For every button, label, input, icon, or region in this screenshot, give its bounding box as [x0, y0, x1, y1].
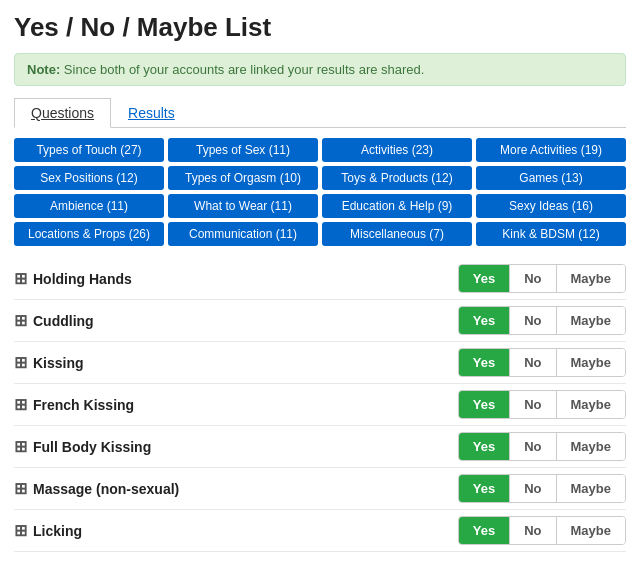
answer-yes-massage-non-sexual[interactable]: Yes [459, 475, 509, 502]
question-text-massage-non-sexual: Massage (non-sexual) [33, 481, 179, 497]
question-label-holding-hands: ⊞Holding Hands [14, 269, 458, 288]
question-row: ⊞Holding HandsYesNoMaybe [14, 258, 626, 300]
category-btn-toys-products[interactable]: Toys & Products (12) [322, 166, 472, 190]
answer-maybe-kissing[interactable]: Maybe [556, 349, 625, 376]
answer-maybe-cuddling[interactable]: Maybe [556, 307, 625, 334]
answer-yes-kissing[interactable]: Yes [459, 349, 509, 376]
category-btn-activities[interactable]: Activities (23) [322, 138, 472, 162]
expand-icon[interactable]: ⊞ [14, 479, 27, 498]
question-label-full-body-kissing: ⊞Full Body Kissing [14, 437, 458, 456]
question-row: ⊞Full Body KissingYesNoMaybe [14, 426, 626, 468]
question-text-kissing: Kissing [33, 355, 84, 371]
expand-icon[interactable]: ⊞ [14, 269, 27, 288]
category-btn-sex-positions[interactable]: Sex Positions (12) [14, 166, 164, 190]
tab-results[interactable]: Results [111, 98, 192, 128]
question-text-holding-hands: Holding Hands [33, 271, 132, 287]
answer-yes-holding-hands[interactable]: Yes [459, 265, 509, 292]
category-btn-kink-bdsm[interactable]: Kink & BDSM (12) [476, 222, 626, 246]
note-text: Since both of your accounts are linked y… [64, 62, 425, 77]
question-list: ⊞Holding HandsYesNoMaybe⊞CuddlingYesNoMa… [14, 258, 626, 552]
question-row: ⊞KissingYesNoMaybe [14, 342, 626, 384]
answer-yes-licking[interactable]: Yes [459, 517, 509, 544]
answer-yes-full-body-kissing[interactable]: Yes [459, 433, 509, 460]
question-row: ⊞Massage (non-sexual)YesNoMaybe [14, 468, 626, 510]
answer-yes-french-kissing[interactable]: Yes [459, 391, 509, 418]
answer-maybe-licking[interactable]: Maybe [556, 517, 625, 544]
expand-icon[interactable]: ⊞ [14, 521, 27, 540]
question-text-french-kissing: French Kissing [33, 397, 134, 413]
category-btn-education-help[interactable]: Education & Help (9) [322, 194, 472, 218]
question-text-cuddling: Cuddling [33, 313, 94, 329]
question-row: ⊞French KissingYesNoMaybe [14, 384, 626, 426]
category-btn-types-of-sex[interactable]: Types of Sex (11) [168, 138, 318, 162]
answer-maybe-holding-hands[interactable]: Maybe [556, 265, 625, 292]
question-row: ⊞LickingYesNoMaybe [14, 510, 626, 552]
category-btn-ambience[interactable]: Ambience (11) [14, 194, 164, 218]
category-btn-communication[interactable]: Communication (11) [168, 222, 318, 246]
category-btn-sexy-ideas[interactable]: Sexy Ideas (16) [476, 194, 626, 218]
question-text-full-body-kissing: Full Body Kissing [33, 439, 151, 455]
question-row: ⊞CuddlingYesNoMaybe [14, 300, 626, 342]
expand-icon[interactable]: ⊞ [14, 353, 27, 372]
answer-maybe-full-body-kissing[interactable]: Maybe [556, 433, 625, 460]
answer-yes-cuddling[interactable]: Yes [459, 307, 509, 334]
question-label-kissing: ⊞Kissing [14, 353, 458, 372]
answer-group-holding-hands: YesNoMaybe [458, 264, 626, 293]
category-btn-more-activities[interactable]: More Activities (19) [476, 138, 626, 162]
tab-bar: Questions Results [14, 98, 626, 128]
category-buttons: Types of Touch (27)Types of Sex (11)Acti… [14, 138, 626, 246]
category-btn-types-of-touch[interactable]: Types of Touch (27) [14, 138, 164, 162]
answer-no-massage-non-sexual[interactable]: No [509, 475, 555, 502]
answer-no-licking[interactable]: No [509, 517, 555, 544]
expand-icon[interactable]: ⊞ [14, 311, 27, 330]
category-btn-games[interactable]: Games (13) [476, 166, 626, 190]
page-title: Yes / No / Maybe List [14, 12, 626, 43]
answer-group-full-body-kissing: YesNoMaybe [458, 432, 626, 461]
answer-no-full-body-kissing[interactable]: No [509, 433, 555, 460]
note-box: Note: Since both of your accounts are li… [14, 53, 626, 86]
question-label-massage-non-sexual: ⊞Massage (non-sexual) [14, 479, 458, 498]
answer-maybe-massage-non-sexual[interactable]: Maybe [556, 475, 625, 502]
answer-no-holding-hands[interactable]: No [509, 265, 555, 292]
answer-no-cuddling[interactable]: No [509, 307, 555, 334]
question-label-french-kissing: ⊞French Kissing [14, 395, 458, 414]
answer-group-massage-non-sexual: YesNoMaybe [458, 474, 626, 503]
answer-group-cuddling: YesNoMaybe [458, 306, 626, 335]
question-label-licking: ⊞Licking [14, 521, 458, 540]
category-btn-what-to-wear[interactable]: What to Wear (11) [168, 194, 318, 218]
tab-questions[interactable]: Questions [14, 98, 111, 128]
expand-icon[interactable]: ⊞ [14, 437, 27, 456]
answer-maybe-french-kissing[interactable]: Maybe [556, 391, 625, 418]
expand-icon[interactable]: ⊞ [14, 395, 27, 414]
question-text-licking: Licking [33, 523, 82, 539]
answer-group-french-kissing: YesNoMaybe [458, 390, 626, 419]
answer-no-kissing[interactable]: No [509, 349, 555, 376]
category-btn-miscellaneous[interactable]: Miscellaneous (7) [322, 222, 472, 246]
answer-group-licking: YesNoMaybe [458, 516, 626, 545]
category-btn-types-of-orgasm[interactable]: Types of Orgasm (10) [168, 166, 318, 190]
question-label-cuddling: ⊞Cuddling [14, 311, 458, 330]
category-btn-locations-props[interactable]: Locations & Props (26) [14, 222, 164, 246]
answer-group-kissing: YesNoMaybe [458, 348, 626, 377]
note-prefix: Note: [27, 62, 60, 77]
answer-no-french-kissing[interactable]: No [509, 391, 555, 418]
